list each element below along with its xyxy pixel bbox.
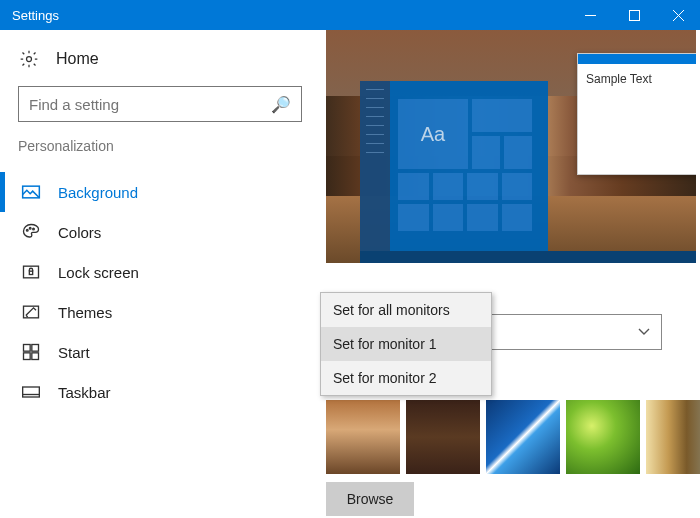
lockscreen-icon [20, 261, 42, 283]
nav-colors[interactable]: Colors [18, 212, 302, 252]
menu-set-all-monitors[interactable]: Set for all monitors [321, 293, 491, 327]
thumbnail-5[interactable] [646, 400, 700, 474]
background-icon [20, 181, 42, 203]
startmenu-preview: Aa [360, 81, 548, 251]
svg-point-8 [33, 228, 35, 230]
themes-icon [20, 301, 42, 323]
thumbnail-1[interactable] [326, 400, 400, 474]
nav-taskbar[interactable]: Taskbar [18, 372, 302, 412]
sidebar: Home 🔍 Personalization Background Colors [0, 30, 320, 518]
colors-icon [20, 221, 42, 243]
nav-label: Lock screen [58, 264, 139, 281]
svg-rect-14 [24, 353, 31, 360]
close-button[interactable] [656, 0, 700, 30]
svg-rect-15 [32, 353, 39, 360]
menu-set-monitor-2[interactable]: Set for monitor 2 [321, 361, 491, 395]
aa-tile: Aa [398, 99, 468, 169]
thumbnail-3[interactable] [486, 400, 560, 474]
nav-label: Background [58, 184, 138, 201]
picture-thumbnails [326, 400, 700, 474]
svg-rect-11 [24, 306, 39, 318]
content-area: Home 🔍 Personalization Background Colors [0, 30, 700, 518]
thumbnail-4[interactable] [566, 400, 640, 474]
svg-point-6 [26, 230, 28, 232]
nav-label: Taskbar [58, 384, 111, 401]
browse-button[interactable]: Browse [326, 482, 414, 516]
svg-point-4 [27, 57, 32, 62]
maximize-button[interactable] [612, 0, 656, 30]
sample-text: Sample Text [578, 64, 696, 94]
svg-rect-12 [24, 345, 31, 352]
nav-lockscreen[interactable]: Lock screen [18, 252, 302, 292]
nav-themes[interactable]: Themes [18, 292, 302, 332]
taskbar-preview [360, 251, 696, 263]
home-label: Home [56, 50, 99, 68]
main-panel: Aa Sample Text ure [320, 30, 700, 518]
svg-rect-16 [23, 387, 40, 397]
desktop-preview: Aa Sample Text [326, 30, 696, 263]
gear-icon [18, 48, 40, 70]
close-icon [673, 10, 684, 21]
thumbnail-2[interactable] [406, 400, 480, 474]
svg-rect-13 [32, 345, 39, 352]
minimize-button[interactable] [568, 0, 612, 30]
sample-window: Sample Text [577, 53, 696, 175]
nav-label: Themes [58, 304, 112, 321]
nav-label: Colors [58, 224, 101, 241]
nav-label: Start [58, 344, 90, 361]
section-title: Personalization [18, 138, 302, 154]
search-input[interactable] [29, 96, 271, 113]
monitor-context-menu: Set for all monitors Set for monitor 1 S… [320, 292, 492, 396]
svg-point-7 [29, 227, 31, 229]
nav-background[interactable]: Background [18, 172, 302, 212]
settings-window: Settings Home 🔍 Personalization [0, 0, 700, 518]
home-link[interactable]: Home [18, 48, 302, 70]
taskbar-icon [20, 381, 42, 403]
search-box[interactable]: 🔍 [18, 86, 302, 122]
search-icon: 🔍 [271, 95, 291, 114]
svg-rect-10 [29, 271, 32, 274]
chevron-down-icon [637, 323, 651, 341]
maximize-icon [629, 10, 640, 21]
svg-rect-1 [629, 10, 639, 20]
minimize-icon [585, 10, 596, 21]
menu-set-monitor-1[interactable]: Set for monitor 1 [321, 327, 491, 361]
window-title: Settings [0, 8, 59, 23]
nav-start[interactable]: Start [18, 332, 302, 372]
start-icon [20, 341, 42, 363]
titlebar: Settings [0, 0, 700, 30]
